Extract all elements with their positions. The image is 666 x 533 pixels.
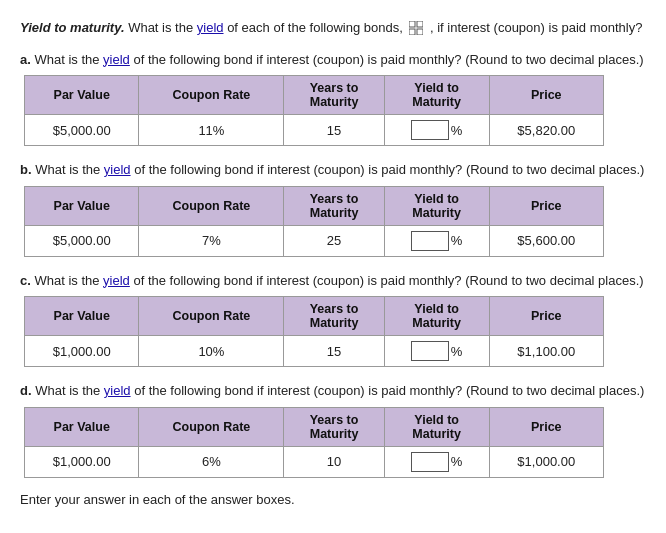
table-cell-3: %	[384, 446, 489, 477]
table-header: Par Value	[25, 76, 139, 115]
table-header: Years toMaturity	[284, 407, 384, 446]
section-d: d. What is the yield of the following bo…	[20, 381, 646, 478]
table-header: Coupon Rate	[139, 297, 284, 336]
section-c-label: c. What is the yield of the following bo…	[20, 271, 646, 291]
yield-cell: %	[393, 341, 481, 361]
table-cell-1: 11%	[139, 115, 284, 146]
table-header: Yield toMaturity	[384, 407, 489, 446]
table-header: Price	[489, 297, 603, 336]
table-cell-3: %	[384, 225, 489, 256]
table-header: Years toMaturity	[284, 297, 384, 336]
yield-input[interactable]	[411, 120, 449, 140]
table-cell-3: %	[384, 336, 489, 367]
grid-icon	[409, 21, 423, 35]
sections-container: a. What is the yield of the following bo…	[20, 50, 646, 478]
section-letter: b.	[20, 162, 32, 177]
section-a: a. What is the yield of the following bo…	[20, 50, 646, 147]
yield-input[interactable]	[411, 452, 449, 472]
section-round-note: (Round to two decimal places.)	[462, 162, 644, 177]
table-cell-2: 25	[284, 225, 384, 256]
table-c: Par ValueCoupon RateYears toMaturityYiel…	[24, 296, 604, 367]
table-header: Coupon Rate	[139, 76, 284, 115]
table-cell-0: $5,000.00	[25, 115, 139, 146]
section-letter: d.	[20, 383, 32, 398]
table-cell-0: $1,000.00	[25, 446, 139, 477]
section-round-note: (Round to two decimal places.)	[462, 273, 644, 288]
table-header: Par Value	[25, 297, 139, 336]
table-header: Years toMaturity	[284, 186, 384, 225]
intro-bold: Yield to maturity.	[20, 20, 125, 35]
table-cell-0: $1,000.00	[25, 336, 139, 367]
yield-cell: %	[393, 452, 481, 472]
table-cell-0: $5,000.00	[25, 225, 139, 256]
table-cell-2: 15	[284, 115, 384, 146]
table-cell-3: %	[384, 115, 489, 146]
table-cell-4: $1,100.00	[489, 336, 603, 367]
table-header: Yield toMaturity	[384, 297, 489, 336]
table-header: Yield toMaturity	[384, 186, 489, 225]
intro-yield-link[interactable]: yield	[197, 20, 224, 35]
table-cell-2: 15	[284, 336, 384, 367]
table-row: $5,000.0011%15%$5,820.00	[25, 115, 604, 146]
table-header: Years toMaturity	[284, 76, 384, 115]
section-yield-link[interactable]: yield	[104, 383, 131, 398]
table-header: Price	[489, 407, 603, 446]
section-a-label: a. What is the yield of the following bo…	[20, 50, 646, 70]
table-cell-4: $5,820.00	[489, 115, 603, 146]
intro-text1: What is the	[128, 20, 197, 35]
table-cell-1: 7%	[139, 225, 284, 256]
table-b: Par ValueCoupon RateYears toMaturityYiel…	[24, 186, 604, 257]
table-cell-4: $5,600.00	[489, 225, 603, 256]
section-round-note: (Round to two decimal places.)	[462, 52, 644, 67]
table-header: Coupon Rate	[139, 407, 284, 446]
table-header: Par Value	[25, 407, 139, 446]
table-cell-2: 10	[284, 446, 384, 477]
table-header: Coupon Rate	[139, 186, 284, 225]
table-cell-1: 10%	[139, 336, 284, 367]
table-a: Par ValueCoupon RateYears toMaturityYiel…	[24, 75, 604, 146]
svg-rect-1	[417, 21, 423, 27]
yield-cell: %	[393, 120, 481, 140]
table-cell-4: $1,000.00	[489, 446, 603, 477]
table-row: $1,000.0010%15%$1,100.00	[25, 336, 604, 367]
percent-label: %	[451, 233, 463, 248]
svg-rect-2	[409, 29, 415, 35]
table-d: Par ValueCoupon RateYears toMaturityYiel…	[24, 407, 604, 478]
section-yield-link[interactable]: yield	[103, 273, 130, 288]
table-row: $1,000.006%10%$1,000.00	[25, 446, 604, 477]
section-letter: a.	[20, 52, 31, 67]
svg-rect-0	[409, 21, 415, 27]
yield-input[interactable]	[411, 341, 449, 361]
table-header: Price	[489, 186, 603, 225]
yield-input[interactable]	[411, 231, 449, 251]
section-letter: c.	[20, 273, 31, 288]
percent-label: %	[451, 123, 463, 138]
yield-cell: %	[393, 231, 481, 251]
section-round-note: (Round to two decimal places.)	[462, 383, 644, 398]
intro-text3: , if interest (coupon) is paid monthly?	[430, 20, 642, 35]
table-cell-1: 6%	[139, 446, 284, 477]
footer-text: Enter your answer in each of the answer …	[20, 492, 646, 507]
intro-text2: of each of the following bonds,	[227, 20, 406, 35]
table-row: $5,000.007%25%$5,600.00	[25, 225, 604, 256]
section-b: b. What is the yield of the following bo…	[20, 160, 646, 257]
table-header: Price	[489, 76, 603, 115]
table-header: Par Value	[25, 186, 139, 225]
table-header: Yield toMaturity	[384, 76, 489, 115]
section-d-label: d. What is the yield of the following bo…	[20, 381, 646, 401]
section-b-label: b. What is the yield of the following bo…	[20, 160, 646, 180]
section-yield-link[interactable]: yield	[104, 162, 131, 177]
intro-text: Yield to maturity. What is the yield of …	[20, 18, 646, 38]
section-c: c. What is the yield of the following bo…	[20, 271, 646, 368]
section-yield-link[interactable]: yield	[103, 52, 130, 67]
percent-label: %	[451, 344, 463, 359]
svg-rect-3	[417, 29, 423, 35]
percent-label: %	[451, 454, 463, 469]
